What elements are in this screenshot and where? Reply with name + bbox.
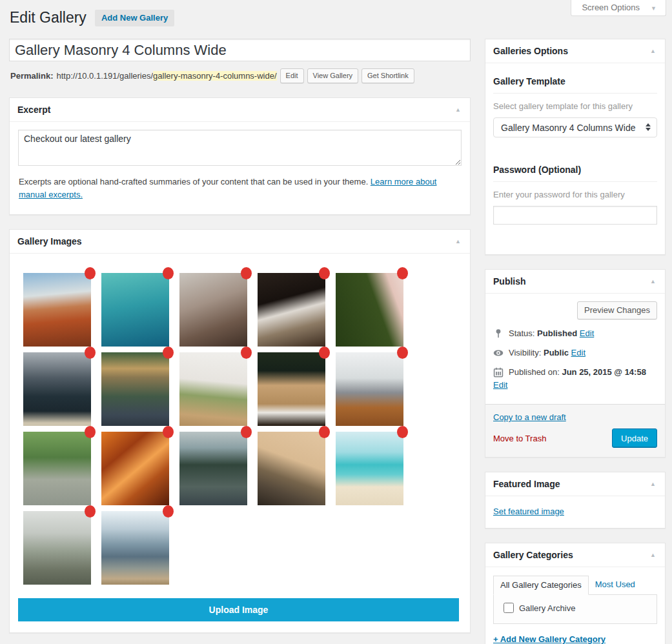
remove-image-badge[interactable]: [163, 267, 174, 279]
gallery-image-woman-lying-grass[interactable]: [336, 273, 403, 347]
excerpt-panel: Excerpt ▲ Checkout our latest gallery Ex…: [9, 97, 471, 215]
edit-published-date-link[interactable]: Edit: [493, 380, 507, 390]
visibility-row: Visibility: Public Edit: [493, 348, 657, 358]
gallery-image-woman-straw-hat-bench[interactable]: [101, 352, 169, 426]
gallery-image-park-path-walk[interactable]: [23, 432, 91, 505]
remove-image-badge[interactable]: [397, 347, 408, 359]
category-tabs: All Gallery Categories Most Used: [493, 576, 657, 595]
collapse-toggle-icon[interactable]: ▲: [454, 238, 462, 245]
remove-image-badge[interactable]: [163, 505, 174, 518]
edit-gallery-page: Screen Options ▼ Edit Gallery Add New Ga…: [0, 0, 672, 644]
excerpt-textarea[interactable]: Checkout our latest gallery: [18, 130, 462, 166]
edit-status-link[interactable]: Edit: [580, 328, 594, 338]
pin-icon: [493, 328, 504, 339]
excerpt-panel-title: Excerpt: [17, 105, 50, 115]
category-checkbox[interactable]: [504, 603, 514, 613]
gallery-template-heading: Gallery Template: [493, 67, 657, 94]
gallery-images-panel-header[interactable]: Gallery Images ▲: [10, 230, 470, 254]
update-button[interactable]: Update: [612, 428, 657, 448]
remove-image-badge[interactable]: [163, 426, 174, 438]
permalink-url: http://10.0.1.191/galleries/: [56, 71, 153, 81]
gallery-image-red-rocks-jump[interactable]: [23, 273, 91, 347]
featured-image-panel: Featured Image ▲ Set featured image: [485, 472, 666, 528]
set-featured-image-link[interactable]: Set featured image: [493, 507, 564, 516]
preview-changes-button[interactable]: Preview Changes: [577, 301, 657, 319]
view-gallery-button[interactable]: View Gallery: [307, 68, 359, 83]
tab-most-used[interactable]: Most Used: [589, 576, 642, 595]
gallery-image-winter-horse[interactable]: [179, 273, 247, 347]
remove-image-badge[interactable]: [85, 505, 96, 518]
gallery-image-snowy-log-pile[interactable]: [258, 352, 325, 426]
screen-options-label: Screen Options: [582, 3, 640, 12]
gallery-image-wrapped-bouquet[interactable]: [179, 352, 247, 426]
remove-image-badge[interactable]: [319, 347, 330, 359]
collapse-toggle-icon[interactable]: ▲: [649, 552, 657, 558]
remove-image-badge[interactable]: [397, 426, 408, 438]
permalink-edit-button[interactable]: Edit: [280, 68, 304, 83]
gallery-image-forest-road-mountain[interactable]: [179, 432, 247, 505]
publish-panel-header[interactable]: Publish ▲: [485, 270, 665, 294]
password-heading: Password (Optional): [493, 156, 657, 182]
gallery-image-snowy-peak-autumn[interactable]: [336, 352, 403, 426]
remove-image-badge[interactable]: [241, 267, 252, 279]
gallery-image-antelope-canyon[interactable]: [101, 432, 169, 505]
calendar-icon: [493, 367, 504, 377]
galleries-options-panel: Galleries Options ▲ Gallery Template Sel…: [485, 39, 666, 255]
status-label: Status:: [509, 328, 535, 338]
excerpt-panel-header[interactable]: Excerpt ▲: [10, 98, 470, 122]
gallery-template-desc: Select gallery template for this gallery: [493, 101, 657, 111]
gallery-template-select[interactable]: Gallery Masonry 4 Columns Wide: [493, 117, 657, 137]
password-desc: Enter your password for this gallery: [493, 190, 657, 199]
visibility-label: Visibility:: [509, 348, 541, 357]
select-arrows-icon: [646, 123, 651, 131]
screen-options-tab[interactable]: Screen Options ▼: [571, 0, 666, 16]
galleries-options-header[interactable]: Galleries Options ▲: [485, 39, 665, 63]
collapse-toggle-icon[interactable]: ▲: [649, 481, 657, 487]
gallery-image-girl-beret-stripes[interactable]: [258, 432, 325, 505]
category-label: Gallery Archive: [519, 603, 575, 613]
featured-image-title: Featured Image: [493, 479, 560, 489]
remove-image-badge[interactable]: [241, 347, 252, 359]
edit-visibility-link[interactable]: Edit: [571, 348, 585, 357]
remove-image-badge[interactable]: [241, 426, 252, 438]
published-on-label: Published on:: [509, 367, 560, 377]
published-on-value: Jun 25, 2015 @ 14:58: [562, 367, 646, 377]
gallery-image-mountain-lake-canoe[interactable]: [23, 352, 91, 426]
gallery-image-foggy-forest-path[interactable]: [23, 511, 91, 585]
gallery-image-half-dome-overlook[interactable]: [101, 511, 169, 585]
remove-image-badge[interactable]: [163, 347, 174, 359]
add-new-gallery-category-link[interactable]: + Add New Gallery Category: [493, 634, 606, 644]
gallery-password-input[interactable]: [493, 206, 657, 225]
collapse-toggle-icon[interactable]: ▲: [649, 278, 657, 285]
gallery-image-dark-wave-aerial[interactable]: [258, 273, 325, 347]
remove-image-badge[interactable]: [319, 267, 330, 279]
permalink-slug: gallery-masonry-4-columns-wide/: [153, 71, 276, 81]
remove-image-badge[interactable]: [85, 347, 96, 359]
remove-image-badge[interactable]: [319, 426, 330, 438]
collapse-toggle-icon[interactable]: ▲: [649, 48, 657, 54]
visibility-value: Public: [544, 348, 569, 357]
published-on-row: Published on: Jun 25, 2015 @ 14:58: [493, 367, 657, 377]
eye-icon: [493, 348, 504, 358]
page-title: Edit Gallery: [10, 8, 87, 27]
featured-image-header[interactable]: Featured Image ▲: [485, 472, 665, 496]
gallery-categories-header[interactable]: Gallery Categories ▲: [485, 543, 665, 567]
gallery-title-input[interactable]: [9, 39, 471, 61]
copy-to-new-draft-link[interactable]: Copy to a new draft: [493, 412, 566, 422]
remove-image-badge[interactable]: [397, 267, 408, 279]
upload-image-button[interactable]: Upload Image: [18, 598, 459, 621]
gallery-categories-title: Gallery Categories: [493, 550, 573, 560]
move-to-trash-link[interactable]: Move to Trash: [493, 434, 546, 443]
category-list: Gallery Archive: [493, 594, 657, 624]
gallery-categories-panel: Gallery Categories ▲ All Gallery Categor…: [485, 543, 666, 644]
gallery-image-beach-pier[interactable]: [336, 432, 403, 505]
get-shortlink-button[interactable]: Get Shortlink: [361, 68, 414, 83]
add-new-gallery-button[interactable]: Add New Gallery: [95, 10, 174, 26]
gallery-grid: [23, 273, 414, 585]
category-item: Gallery Archive: [500, 603, 650, 613]
remove-image-badge[interactable]: [85, 267, 96, 279]
collapse-toggle-icon[interactable]: ▲: [454, 106, 462, 113]
tab-all-gallery-categories[interactable]: All Gallery Categories: [493, 576, 589, 595]
remove-image-badge[interactable]: [85, 426, 96, 438]
gallery-image-ocean-surfers[interactable]: [101, 273, 169, 347]
